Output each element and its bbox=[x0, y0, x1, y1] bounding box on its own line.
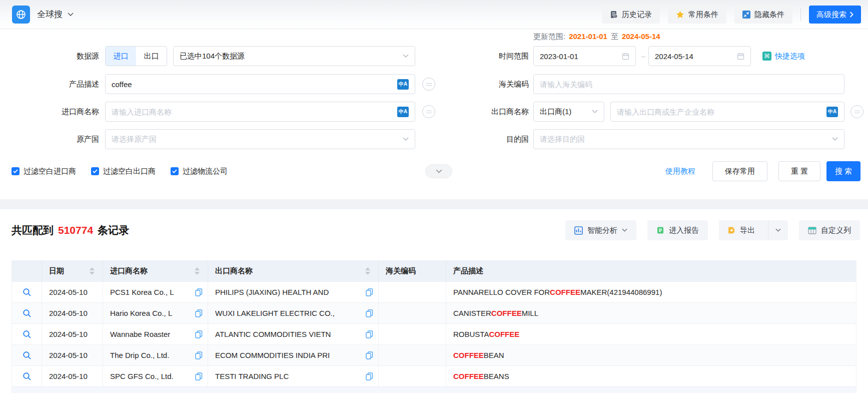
importer-input[interactable] bbox=[112, 108, 393, 116]
sort-icon[interactable] bbox=[365, 267, 370, 275]
header-exporter-label: 出口商名称 bbox=[215, 266, 253, 276]
topbar-actions: 历史记录 常用条件 隐藏条件 高级搜索 bbox=[602, 6, 861, 24]
collapse-form-button[interactable] bbox=[425, 164, 452, 178]
advanced-search-label: 高级搜索 bbox=[816, 10, 846, 20]
hide-conditions-button[interactable]: 隐藏条件 bbox=[734, 6, 792, 24]
toggle-export[interactable]: 出口 bbox=[136, 47, 167, 66]
results-table: 日期 进口商名称 出口商名称 海关编码 产品描述 2024-05-10 bbox=[12, 260, 856, 393]
app-title[interactable]: 全球搜 bbox=[37, 0, 74, 29]
cell-exporter[interactable]: TESTI TRADING PLC bbox=[215, 372, 363, 380]
checkbox-checked-icon bbox=[171, 167, 179, 175]
copy-icon[interactable] bbox=[195, 309, 203, 317]
row-detail-search-icon[interactable] bbox=[23, 351, 32, 360]
quick-options-link[interactable]: ⌘ 快捷选项 bbox=[762, 46, 805, 66]
cell-exporter[interactable]: ECOM COMMODITIES INDIA PRI bbox=[215, 351, 363, 359]
cell-importer[interactable]: The Drip Co., Ltd. bbox=[110, 351, 192, 359]
favorite-conditions-button[interactable]: 常用条件 bbox=[668, 6, 726, 24]
update-range-to: 至 bbox=[611, 31, 618, 42]
cell-importer[interactable]: PCS1 Korea Co., L bbox=[110, 288, 192, 296]
chevron-down-icon bbox=[622, 228, 627, 232]
copy-icon[interactable] bbox=[195, 372, 203, 380]
export-more-button[interactable] bbox=[768, 220, 788, 240]
exporter-type-select[interactable]: 出口商(1) bbox=[533, 102, 604, 122]
history-button[interactable]: 历史记录 bbox=[602, 6, 660, 24]
exporter-input[interactable] bbox=[617, 108, 822, 116]
desc-text: BEANS bbox=[484, 372, 509, 380]
cell-importer[interactable]: Hario Korea Co., L bbox=[110, 309, 192, 317]
cell-importer[interactable]: SPC GFS Co., Ltd. bbox=[110, 372, 192, 380]
product-desc-label: 产品描述 bbox=[0, 74, 99, 94]
date-start-input[interactable]: 2023-01-01 bbox=[533, 46, 636, 66]
date-end-input[interactable]: 2024-05-14 bbox=[648, 46, 751, 66]
origin-select[interactable]: 请选择原产国 bbox=[105, 129, 415, 149]
search-button[interactable]: 搜 索 bbox=[826, 161, 860, 181]
importer-label: 进口商名称 bbox=[0, 102, 99, 122]
origin-label: 原产国 bbox=[0, 129, 99, 149]
copy-icon[interactable] bbox=[366, 288, 373, 296]
cell-exporter[interactable]: ATLANTIC COMMODITIES VIETN bbox=[215, 330, 363, 338]
cell-hscode bbox=[379, 324, 446, 344]
cell-product-desc: CANISTER COFFEE MILL bbox=[446, 303, 856, 323]
destination-select[interactable]: 请选择目的国 bbox=[533, 129, 844, 149]
table-header-row: 日期 进口商名称 出口商名称 海关编码 产品描述 bbox=[12, 260, 856, 281]
importer-field: 中A bbox=[105, 102, 415, 122]
header-exporter[interactable]: 出口商名称 bbox=[208, 260, 379, 281]
save-conditions-button[interactable]: 保存常用 bbox=[712, 161, 767, 181]
table-row: 2024-05-10 Hario Korea Co., L WUXI LAKEL… bbox=[12, 302, 856, 323]
update-range-label: 更新范围: bbox=[533, 31, 565, 42]
cell-exporter[interactable]: PHILIPS (JIAXING) HEALTH AND bbox=[215, 288, 363, 296]
cell-hscode bbox=[379, 282, 446, 302]
product-desc-input[interactable] bbox=[112, 80, 393, 89]
translate-icon[interactable]: 中A bbox=[397, 107, 409, 117]
reset-button[interactable]: 重 置 bbox=[778, 161, 820, 181]
row-detail-search-icon[interactable] bbox=[23, 288, 32, 297]
copy-icon[interactable] bbox=[366, 351, 373, 359]
topbar-divider bbox=[800, 8, 801, 21]
filter-logistics-checkbox[interactable]: 过滤物流公司 bbox=[171, 167, 228, 176]
filter-blank-exporter-checkbox[interactable]: 过滤空白出口商 bbox=[91, 167, 156, 176]
hscode-input[interactable] bbox=[540, 80, 838, 89]
product-desc-field: 中A bbox=[105, 74, 415, 94]
copy-icon[interactable] bbox=[366, 372, 373, 380]
import-export-toggle: 进口 出口 bbox=[105, 46, 167, 66]
datasource-select[interactable]: 已选中104个数据源 bbox=[173, 46, 415, 66]
calendar-icon bbox=[737, 53, 744, 60]
quick-options-label: 快捷选项 bbox=[775, 52, 805, 61]
cell-product-desc: COFFEE BEAN bbox=[446, 345, 856, 365]
cell-date: 2024-05-10 bbox=[42, 366, 103, 386]
copy-icon[interactable] bbox=[366, 330, 373, 338]
smart-analysis-button[interactable]: 智能分析 bbox=[565, 220, 636, 240]
header-date[interactable]: 日期 bbox=[42, 260, 103, 281]
cell-date: 2024-05-10 bbox=[42, 324, 103, 344]
advanced-search-button[interactable]: 高级搜索 bbox=[809, 6, 861, 24]
cell-exporter[interactable]: WUXI LAKELIGHT ELECTRIC CO., bbox=[215, 309, 363, 317]
keyword-highlight: COFFEE bbox=[453, 372, 484, 380]
desc-text: PANNARELLO COVER FOR bbox=[453, 288, 550, 296]
copy-icon[interactable] bbox=[195, 351, 203, 359]
filter-blank-importer-checkbox[interactable]: 过滤空白进口商 bbox=[12, 167, 76, 176]
custom-columns-button[interactable]: 自定义列 bbox=[799, 220, 860, 240]
row-detail-search-icon[interactable] bbox=[23, 330, 32, 339]
globe-logo bbox=[12, 6, 30, 24]
cell-importer[interactable]: Wannabe Roaster bbox=[110, 330, 192, 338]
translate-icon[interactable]: 中A bbox=[397, 79, 409, 90]
export-button[interactable]: 导出 bbox=[719, 220, 763, 240]
tutorial-link[interactable]: 使用教程 bbox=[665, 161, 695, 181]
translate-icon[interactable]: 中A bbox=[826, 107, 838, 117]
export-icon bbox=[727, 226, 735, 234]
enter-report-button[interactable]: 进入报告 bbox=[647, 220, 708, 240]
header-importer[interactable]: 进口商名称 bbox=[103, 260, 208, 281]
sort-icon[interactable] bbox=[195, 267, 200, 275]
toggle-import[interactable]: 进口 bbox=[106, 47, 136, 66]
copy-icon[interactable] bbox=[366, 309, 373, 317]
copy-icon[interactable] bbox=[195, 288, 203, 296]
section-divider bbox=[0, 199, 868, 209]
exclude-filter-icon[interactable] bbox=[850, 105, 863, 118]
cell-hscode bbox=[379, 303, 446, 323]
row-detail-search-icon[interactable] bbox=[23, 372, 32, 381]
origin-placeholder: 请选择原产国 bbox=[112, 135, 399, 144]
copy-icon[interactable] bbox=[195, 330, 203, 338]
datasource-label: 数据源 bbox=[0, 46, 99, 66]
row-detail-search-icon[interactable] bbox=[23, 309, 32, 318]
sort-icon[interactable] bbox=[90, 267, 95, 275]
